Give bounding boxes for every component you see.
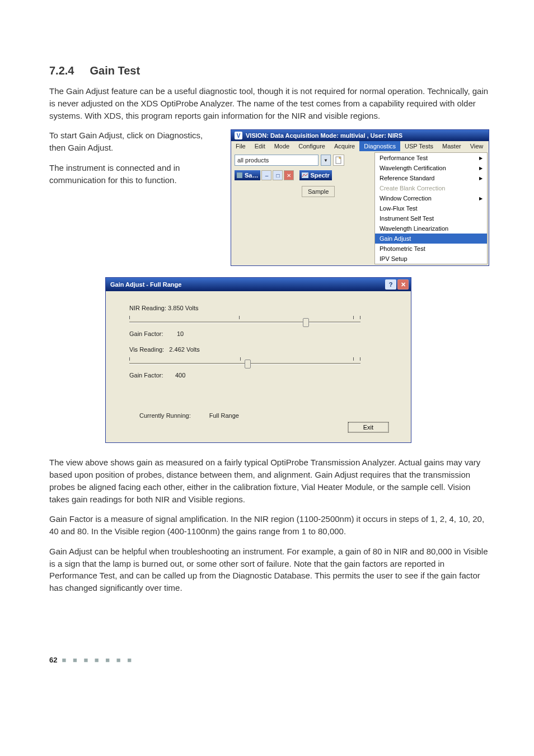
submenu-arrow-icon: ▶: [479, 166, 483, 171]
menu-mode[interactable]: Mode: [270, 141, 294, 151]
currently-running-row: Currently Running: Full Range: [139, 412, 394, 419]
nir-gain-factor-value: 10: [177, 330, 184, 337]
vision-titlebar: V VISION: Data Acquisition Mode: multivi…: [231, 130, 489, 141]
currently-running-value: Full Range: [209, 412, 239, 419]
subwindow-maximize-icon[interactable]: □: [273, 170, 283, 180]
vision-title-text: VISION: Data Acquisition Mode: multivial…: [246, 132, 402, 139]
vis-slider[interactable]: [129, 356, 394, 367]
menu-file[interactable]: File: [231, 141, 250, 151]
nir-gain-factor-row: Gain Factor: 10: [129, 330, 394, 337]
diag-item-window-correction[interactable]: Window Correction▶: [375, 193, 487, 203]
diag-item-reference-standard[interactable]: Reference Standard▶: [375, 173, 487, 183]
diag-item-gain-adjust[interactable]: Gain Adjust: [375, 234, 487, 244]
section-number: 7.2.4: [49, 64, 74, 77]
nir-reading-value: 3.850 Volts: [168, 305, 198, 311]
vision-window: V VISION: Data Acquisition Mode: multivi…: [231, 129, 489, 266]
vision-logo-icon: V: [235, 132, 242, 139]
vis-gain-factor-label: Gain Factor:: [129, 372, 163, 379]
gain-title-text: Gain Adjust - Full Range: [110, 281, 181, 288]
paragraph-2b: The instrument is connected and in commu…: [49, 162, 217, 186]
gain-adjust-dialog: Gain Adjust - Full Range ? ✕ NIR Reading…: [105, 277, 411, 443]
product-combo-dropdown-icon[interactable]: ▼: [321, 155, 331, 166]
product-combo[interactable]: all products: [235, 155, 318, 166]
vis-reading-value: 2.462 Volts: [169, 346, 199, 353]
vis-gain-factor-value: 400: [175, 372, 185, 379]
subwindow-title: Sa…: [235, 170, 260, 180]
gain-titlebar: Gain Adjust - Full Range ? ✕: [106, 278, 411, 291]
sample-button[interactable]: Sample: [302, 186, 335, 197]
vis-reading-label: Vis Reading:: [129, 346, 164, 353]
page-footer: 62 ■ ■ ■ ■ ■ ■ ■: [49, 656, 489, 664]
nir-reading-label: NIR Reading:: [129, 305, 166, 311]
menu-diagnostics[interactable]: Diagnostics: [359, 141, 400, 151]
nir-reading-row: NIR Reading: 3.850 Volts: [129, 305, 394, 311]
subwindow-close-icon[interactable]: ✕: [284, 170, 294, 180]
section-title-text: Gain Test: [90, 64, 140, 77]
submenu-arrow-icon: ▶: [479, 176, 483, 181]
diag-item-instrument-self-test[interactable]: Instrument Self Test: [375, 213, 487, 223]
menu-edit[interactable]: Edit: [250, 141, 270, 151]
section-heading: 7.2.4Gain Test: [49, 64, 489, 77]
submenu-arrow-icon: ▶: [479, 196, 483, 201]
paragraph-3: The view above shows gain as measured on…: [49, 456, 489, 505]
vision-menubar: File Edit Mode Configure Acquire Diagnos…: [231, 141, 489, 151]
nir-slider-thumb[interactable]: [303, 318, 309, 327]
menu-usp-tests[interactable]: USP Tests: [400, 141, 438, 151]
diagnostics-menu: Performance Test▶Wavelength Certificatio…: [374, 152, 488, 264]
chart-icon: [302, 172, 308, 178]
subwindow-minimize-icon[interactable]: –: [261, 170, 271, 180]
document-icon: [335, 156, 342, 164]
vis-gain-factor-row: Gain Factor: 400: [129, 372, 394, 379]
paragraph-4: Gain Factor is a measure of signal ampli…: [49, 513, 489, 538]
diag-item-create-blank-correction: Create Blank Correction: [375, 183, 487, 193]
page-number: 62: [49, 656, 57, 664]
product-combo-value: all products: [237, 157, 269, 164]
menu-view[interactable]: View: [466, 141, 488, 151]
menu-acquire[interactable]: Acquire: [330, 141, 359, 151]
spectr-panel: Spectr: [299, 170, 332, 180]
vis-reading-row: Vis Reading: 2.462 Volts: [129, 346, 394, 353]
diag-item-photometric-test[interactable]: Photometric Test: [375, 244, 487, 254]
subwindow-icon: [237, 172, 242, 178]
diag-item-wavelength-linearization[interactable]: Wavelength Linearization: [375, 223, 487, 234]
menu-master[interactable]: Master: [438, 141, 466, 151]
submenu-arrow-icon: ▶: [479, 156, 483, 161]
diag-item-low-flux-test[interactable]: Low-Flux Test: [375, 203, 487, 213]
nir-gain-factor-label: Gain Factor:: [129, 330, 163, 337]
footer-dots-icon: ■ ■ ■ ■ ■ ■ ■: [62, 656, 134, 664]
currently-running-label: Currently Running:: [139, 412, 191, 419]
nir-slider[interactable]: [129, 315, 394, 326]
diag-item-wavelength-certification[interactable]: Wavelength Certification▶: [375, 163, 487, 173]
new-doc-button[interactable]: [333, 155, 344, 166]
close-button-icon[interactable]: ✕: [397, 279, 409, 290]
diag-item-performance-test[interactable]: Performance Test▶: [375, 153, 487, 163]
paragraph-2a: To start Gain Adjust, click on Diagnosti…: [49, 129, 217, 154]
paragraph-1: The Gain Adjust feature can be a useful …: [49, 85, 489, 122]
svg-rect-1: [237, 172, 242, 178]
menu-configure[interactable]: Configure: [294, 141, 330, 151]
diag-item-ipv-setup[interactable]: IPV Setup: [375, 254, 487, 264]
help-button-icon[interactable]: ?: [385, 279, 396, 290]
exit-button[interactable]: Exit: [348, 422, 388, 432]
paragraph-5: Gain Adjust can be helpful when troubles…: [49, 545, 489, 594]
vis-slider-thumb[interactable]: [245, 360, 251, 368]
